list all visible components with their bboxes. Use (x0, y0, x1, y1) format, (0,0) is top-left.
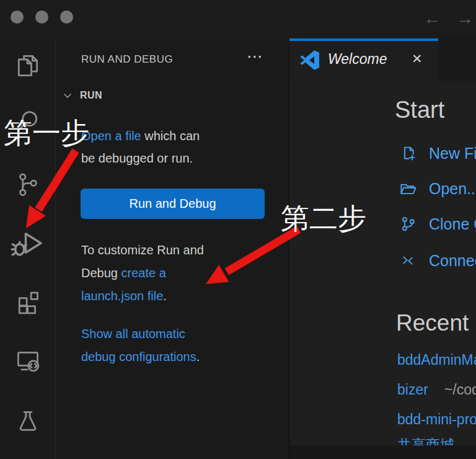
traffic-light-zoom-button[interactable] (60, 11, 73, 24)
start-item-label: New File... (429, 145, 476, 163)
step1-annotation-label: 第一步 (4, 114, 89, 153)
run-section-header[interactable]: RUN (62, 88, 102, 103)
customize-hint-line1: To customize Run and (81, 243, 204, 257)
more-actions-icon[interactable]: ⋯ (247, 47, 264, 66)
extensions-icon[interactable] (14, 289, 42, 316)
recent-link[interactable]: bdd-mini-program (397, 411, 476, 427)
editor-bottom-strip (289, 445, 476, 459)
open-file-hint: Open a file which canbe debugged or run. (81, 125, 267, 169)
close-icon[interactable]: ✕ (412, 51, 423, 66)
titlebar: ← → (0, 0, 476, 38)
run-and-debug-icon[interactable] (11, 226, 45, 261)
chevron-down-icon (62, 90, 73, 101)
source-control-icon[interactable] (14, 171, 42, 198)
create-launch-json-link[interactable]: create a (121, 266, 166, 280)
customize-hint: To customize Run andDebug create alaunch… (81, 239, 267, 308)
traffic-light-close-button[interactable] (11, 11, 24, 24)
start-heading: Start (395, 97, 444, 123)
navigate-forward-icon[interactable]: → (456, 6, 474, 31)
run-section-label: RUN (80, 90, 102, 101)
tab-title: Welcome (328, 51, 387, 68)
tab-strip-empty (438, 38, 476, 81)
show-all-configs-link[interactable]: Show all automatic (81, 327, 185, 341)
open-a-file-link[interactable]: Open a file (81, 129, 141, 143)
explorer-icon[interactable] (14, 52, 42, 79)
recent-item: bddAdminManager (397, 352, 476, 369)
recent-link[interactable]: bizer (397, 381, 428, 398)
customize-hint-period: . (163, 289, 167, 303)
recent-link[interactable]: bddAdminManager (397, 352, 476, 368)
remote-explorer-icon[interactable] (14, 347, 42, 375)
run-and-debug-panel: RUN AND DEBUG ⋯ RUN Open a file which ca… (56, 38, 289, 459)
tab-welcome[interactable]: Welcome ✕ (289, 38, 438, 81)
show-configs-period: . (196, 350, 200, 363)
new-file-icon (399, 144, 417, 163)
recent-item: bdd-mini-program (397, 411, 476, 429)
create-launch-json-link-line2[interactable]: launch.json file (81, 289, 163, 303)
run-and-debug-button[interactable]: Run and Debug (81, 189, 265, 219)
traffic-light-minimize-button[interactable] (35, 11, 48, 24)
show-all-configs-link-line2[interactable]: debug configurations (81, 350, 196, 363)
testing-beaker-icon[interactable] (14, 407, 42, 434)
start-item-label: Connect to... (429, 252, 476, 270)
customize-hint-line2-pre: Debug (81, 266, 121, 280)
recent-path: ~/code (444, 381, 476, 398)
panel-title: RUN AND DEBUG (81, 53, 173, 66)
activity-bar (0, 38, 56, 459)
start-item-new-file[interactable]: New File... (399, 143, 476, 164)
editor-area: Welcome ✕ Start New File... Open... Clon… (289, 38, 476, 459)
start-item-open[interactable]: Open... (399, 178, 476, 199)
open-folder-icon (399, 179, 417, 198)
step2-annotation-label: 第二步 (281, 200, 366, 238)
remote-icon (399, 251, 417, 270)
recent-heading: Recent (396, 310, 469, 336)
start-item-connect[interactable]: Connect to... (399, 250, 476, 271)
show-configs-hint: Show all automaticdebug configurations. (81, 323, 267, 368)
navigate-back-icon[interactable]: ← (423, 6, 441, 31)
start-item-label: Open... (429, 180, 476, 198)
open-file-hint-line2: be debugged or run. (81, 151, 193, 165)
start-item-clone[interactable]: Clone Git Repository... (399, 213, 476, 234)
git-branch-icon (399, 215, 417, 233)
open-file-hint-text: which can (141, 129, 200, 143)
vscode-logo-icon (300, 50, 320, 70)
recent-item: bizer~/code (397, 381, 476, 399)
start-item-label: Clone Git Repository... (429, 215, 476, 233)
